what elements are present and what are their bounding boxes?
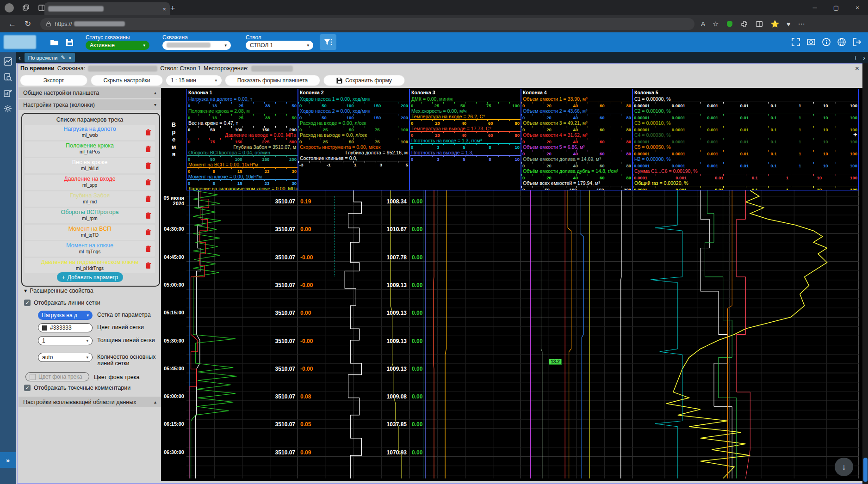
tick-label: 0 [188, 157, 190, 162]
status-select[interactable]: Активные ▾ [86, 41, 149, 50]
export-button[interactable]: Экспорт [20, 75, 87, 86]
param-item-ml_spp[interactable]: Давление на входеml_spp [25, 175, 155, 190]
split-screen-icon[interactable] [756, 20, 763, 28]
favorite-star-icon[interactable]: ☆ [713, 20, 719, 28]
param-item-ml_wob[interactable]: Нагрузка на долотоml_wob [25, 125, 155, 140]
hide-settings-button[interactable]: Скрыть настройки [91, 75, 163, 86]
charts-nav-icon[interactable] [4, 57, 12, 66]
param-header-label: Температура на выходе = 17.73, C° [410, 126, 521, 131]
show-grid-checkbox-row[interactable]: ✓ Отображать линии сетки [24, 300, 100, 306]
param-item-ml_hkPos[interactable]: Положение крюкаml_hkPos [25, 141, 155, 157]
well-select[interactable]: ▾ [162, 41, 231, 50]
tab-edit-icon[interactable]: ✎ [61, 55, 65, 61]
tab-close-icon[interactable]: × [68, 55, 72, 61]
save-form-button[interactable]: Сохранить форму [323, 75, 405, 86]
section-track-settings[interactable]: Настройки трека (колонки) ▾ [19, 99, 161, 110]
delete-param-trash-icon[interactable] [145, 262, 151, 271]
profile-avatar[interactable] [5, 3, 14, 12]
bore-select[interactable]: СТВОЛ 1 ▾ [246, 41, 313, 50]
tab-add-icon[interactable]: + [854, 54, 857, 61]
refresh-icon[interactable]: ↻ [25, 19, 31, 29]
checkbox-checked-icon[interactable]: ✓ [24, 300, 31, 306]
param-item-ml_tqTngs[interactable]: Момент на ключеml_tqTngs [25, 241, 155, 257]
track-bg-button[interactable]: Цвет фона трека [25, 372, 89, 381]
advanced-section-toggle[interactable]: ▾ Расширенные свойства [24, 287, 93, 294]
delete-param-trash-icon[interactable] [145, 245, 151, 254]
tick-label: 0 [188, 140, 190, 144]
param-item-ml_pHdrTngs[interactable]: Давление на гидравлическом ключеml_pHdrT… [25, 258, 155, 273]
minimize-button[interactable]: ─ [804, 0, 825, 15]
tab-search-icon[interactable] [22, 4, 30, 12]
tab-close-icon[interactable]: × [162, 6, 166, 12]
fullscreen-icon[interactable] [791, 37, 800, 47]
open-folder-icon[interactable] [50, 38, 59, 46]
advanced-label: Расширенные свойства [30, 288, 93, 294]
filter-button[interactable] [320, 34, 336, 50]
browser-tab-bar: × + ─ ▢ × [0, 0, 868, 15]
time-scale-select[interactable]: 1 : 15 мин▾ [166, 75, 222, 86]
scrollbar-track[interactable] [862, 63, 868, 484]
delete-param-trash-icon[interactable] [145, 162, 151, 171]
add-param-button[interactable]: + Добавить параметр [57, 272, 123, 282]
tick-label: 0.001 [707, 164, 718, 168]
grid-color-input[interactable]: #333333 [38, 323, 93, 332]
delete-param-trash-icon[interactable] [145, 196, 151, 204]
settings-gear-nav-icon[interactable] [4, 104, 12, 113]
back-icon[interactable]: ← [8, 19, 16, 29]
read-aloud-icon[interactable]: A [701, 20, 705, 27]
grid-count-select[interactable]: auto ▾ [38, 353, 93, 362]
delete-param-trash-icon[interactable] [145, 129, 151, 138]
tick-label: 20 [546, 152, 552, 156]
close-window-button[interactable]: × [847, 0, 868, 15]
scroll-down-button[interactable]: ↓ [835, 458, 853, 476]
param-item-ml_md[interactable]: Глубина Забояml_md [25, 191, 155, 207]
browser-menu-icon[interactable]: ⋯ [798, 20, 805, 28]
section-general-settings[interactable]: Общие настройки планшета ▴ [19, 87, 161, 98]
maximize-button[interactable]: ▢ [825, 0, 847, 15]
browser-shield-icon[interactable] [726, 20, 733, 28]
screenshot-icon[interactable] [806, 37, 816, 47]
favorites-bar-icon[interactable]: ⭐ [770, 20, 779, 28]
chart-edit-nav-icon[interactable] [4, 89, 12, 97]
param-item-ml_tqTD[interactable]: Момент на ВСПml_tqTD [25, 225, 155, 240]
tick-label: 0.01 [740, 104, 749, 108]
chevron-down-icon: ▾ [224, 43, 227, 48]
logout-icon[interactable] [852, 37, 862, 47]
section-popup-settings[interactable]: Настройки всплывающей области данных ▴ [19, 397, 161, 407]
panel-close-icon[interactable]: × [855, 64, 859, 72]
delete-param-trash-icon[interactable] [145, 229, 151, 238]
point-comments-checkbox-row[interactable]: ✓ Отображать точечные комментарии [24, 385, 130, 391]
point-comment-badge[interactable]: 13.2 [549, 359, 561, 365]
delete-param-trash-icon[interactable] [145, 212, 151, 221]
grid-width-select[interactable]: 1 ▾ [38, 336, 93, 345]
tick-label: 80 [626, 116, 631, 120]
save-icon[interactable] [66, 38, 74, 46]
param-item-ml_rpm[interactable]: Обороты ВСП/ротораml_rpm [25, 208, 155, 223]
delete-param-trash-icon[interactable] [145, 179, 151, 188]
grid-param-select[interactable]: Нагрузка на д ▾ [38, 311, 93, 320]
header-plus-icon[interactable]: + [853, 130, 857, 138]
browser-tab[interactable]: × [44, 2, 170, 15]
tabstrip-back-icon[interactable]: ‹ [19, 54, 21, 61]
extensions-icon[interactable] [741, 20, 748, 28]
tab-by-time[interactable]: По времени ✎ × [25, 53, 75, 62]
essentials-heart-icon[interactable]: ♥ [787, 20, 790, 28]
tick-label: 80 [515, 133, 520, 138]
globe-icon[interactable] [837, 37, 846, 47]
app-logo-redacted [4, 35, 36, 49]
delete-param-trash-icon[interactable] [145, 146, 151, 154]
tick-label: 0.001 [707, 128, 718, 132]
rail-expand-button[interactable]: » [0, 452, 16, 468]
scrollbar-thumb[interactable] [863, 458, 868, 482]
new-tab-button[interactable]: + [170, 4, 175, 13]
info-icon[interactable] [822, 37, 831, 47]
show-forms-button[interactable]: Показать формы планшета [225, 75, 320, 86]
document-search-nav-icon[interactable] [4, 73, 12, 81]
tick-label: 75 [486, 104, 491, 108]
url-field[interactable]: https:// [40, 18, 694, 30]
param-item-ml_hkLd[interactable]: Вес на крюкеml_hkLd [25, 158, 155, 173]
tick-label: 200 [289, 128, 297, 132]
tabstrip-next-icon[interactable]: › [863, 54, 865, 61]
checkbox-checked-icon[interactable]: ✓ [24, 385, 31, 391]
appbar-right-icons [791, 37, 862, 47]
